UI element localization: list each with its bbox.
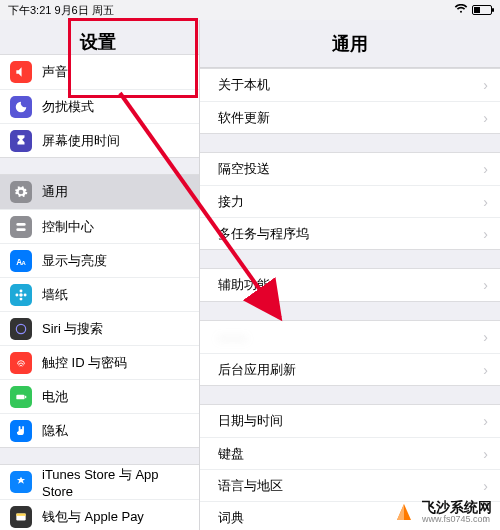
detail-item-label: 键盘: [218, 445, 244, 463]
detail-item-airdrop[interactable]: 隔空投送 ›: [200, 153, 500, 185]
sidebar-group-3: iTunes Store 与 App Store 钱包与 Apple Pay: [0, 464, 199, 530]
moon-icon: [10, 96, 32, 118]
chevron-right-icon: ›: [483, 161, 488, 177]
svg-point-9: [16, 324, 25, 333]
sidebar-item-itunes-appstore[interactable]: iTunes Store 与 App Store: [0, 465, 199, 499]
detail-item-software-update[interactable]: 软件更新 ›: [200, 101, 500, 133]
sidebar-group-1: 声音 勿扰模式 屏幕使用时间: [0, 54, 199, 158]
detail-item-label: 隔空投送: [218, 160, 270, 178]
split-view: 设置 声音 勿扰模式 屏幕使用时间: [0, 20, 500, 530]
svg-rect-1: [16, 228, 25, 231]
detail-item-label: ········: [218, 330, 247, 345]
sidebar-item-label: 声音: [42, 63, 68, 81]
svg-text:A: A: [22, 259, 27, 265]
sidebar-item-screentime[interactable]: 屏幕使用时间: [0, 123, 199, 157]
sidebar-title: 设置: [0, 20, 199, 54]
watermark-brand: 飞沙系统网: [422, 500, 492, 515]
stage: 下午3:21 9月6日 周五 设置 声音: [0, 0, 500, 530]
sidebar-item-label: 屏幕使用时间: [42, 132, 120, 150]
detail-group-4: ········ › 后台应用刷新 ›: [200, 320, 500, 386]
siri-icon: [10, 318, 32, 340]
sidebar-item-label: 触控 ID 与密码: [42, 354, 127, 372]
status-right: [454, 4, 492, 16]
svg-rect-0: [16, 222, 25, 225]
status-bar: 下午3:21 9月6日 周五: [0, 0, 500, 20]
chevron-right-icon: ›: [483, 226, 488, 242]
watermark-url: www.fs0745.com: [422, 515, 492, 524]
sidebar-item-battery[interactable]: 电池: [0, 379, 199, 413]
chevron-right-icon: ›: [483, 110, 488, 126]
detail-item-label: 词典: [218, 509, 244, 527]
status-time-date: 下午3:21 9月6日 周五: [8, 3, 114, 18]
detail-item-background-refresh[interactable]: 后台应用刷新 ›: [200, 353, 500, 385]
sidebar-item-general[interactable]: 通用: [0, 175, 199, 209]
sidebar-item-sound[interactable]: 声音: [0, 55, 199, 89]
wifi-icon: [454, 4, 468, 16]
svg-point-7: [15, 293, 18, 296]
detail-item-label: 辅助功能: [218, 276, 270, 294]
sidebar-item-wallpaper[interactable]: 墙纸: [0, 277, 199, 311]
sidebar-group-2: 通用 控制中心 AA 显示与亮度 墙纸: [0, 174, 199, 448]
fingerprint-icon: [10, 352, 32, 374]
ipad-screenshot: 下午3:21 9月6日 周五 设置 声音: [0, 0, 500, 530]
chevron-right-icon: ›: [483, 413, 488, 429]
chevron-right-icon: ›: [483, 329, 488, 345]
detail-group-1: 关于本机 › 软件更新 ›: [200, 68, 500, 134]
appstore-icon: [10, 471, 32, 493]
detail-item-keyboard[interactable]: 键盘 ›: [200, 437, 500, 469]
detail-group-3: 辅助功能 ›: [200, 268, 500, 302]
detail-item-label: 关于本机: [218, 76, 270, 94]
detail-item-language-region[interactable]: 语言与地区 ›: [200, 469, 500, 501]
battery-icon-green: [10, 386, 32, 408]
detail-item-multitasking[interactable]: 多任务与程序坞 ›: [200, 217, 500, 249]
sidebar-item-label: 电池: [42, 388, 68, 406]
svg-rect-10: [16, 394, 24, 399]
sidebar-item-label: 墙纸: [42, 286, 68, 304]
detail-item-about[interactable]: 关于本机 ›: [200, 69, 500, 101]
detail-body: 关于本机 › 软件更新 › 隔空投送 ›: [200, 68, 500, 530]
detail-item-label: 日期与时间: [218, 412, 283, 430]
sidebar-item-wallet[interactable]: 钱包与 Apple Pay: [0, 499, 199, 530]
sidebar-item-label: 隐私: [42, 422, 68, 440]
chevron-right-icon: ›: [483, 277, 488, 293]
detail-item-date-time[interactable]: 日期与时间 ›: [200, 405, 500, 437]
detail-item-label: 接力: [218, 193, 244, 211]
chevron-right-icon: ›: [483, 478, 488, 494]
watermark-text: 飞沙系统网 www.fs0745.com: [422, 500, 492, 524]
sidebar-item-label: 通用: [42, 183, 68, 201]
svg-point-8: [24, 293, 27, 296]
sidebar-item-control-center[interactable]: 控制中心: [0, 209, 199, 243]
detail-item-label: 多任务与程序坞: [218, 225, 309, 243]
detail-title: 通用: [200, 20, 500, 68]
svg-point-6: [20, 297, 23, 300]
sidebar-item-label: Siri 与搜索: [42, 320, 103, 338]
chevron-right-icon: ›: [483, 446, 488, 462]
chevron-right-icon: ›: [483, 77, 488, 93]
hand-icon: [10, 420, 32, 442]
detail-item-handoff[interactable]: 接力 ›: [200, 185, 500, 217]
hourglass-icon: [10, 130, 32, 152]
detail-item-label: 软件更新: [218, 109, 270, 127]
sidebar-item-display[interactable]: AA 显示与亮度: [0, 243, 199, 277]
sidebar-item-touchid[interactable]: 触控 ID 与密码: [0, 345, 199, 379]
battery-icon: [472, 5, 492, 15]
flower-icon: [10, 284, 32, 306]
detail-group-2: 隔空投送 › 接力 › 多任务与程序坞 ›: [200, 152, 500, 250]
sidebar-item-dnd[interactable]: 勿扰模式: [0, 89, 199, 123]
detail-item-label: 后台应用刷新: [218, 361, 296, 379]
sidebar-item-label: 控制中心: [42, 218, 94, 236]
chevron-right-icon: ›: [483, 362, 488, 378]
svg-point-4: [19, 293, 23, 297]
watermark-logo-icon: [392, 500, 416, 524]
text-size-icon: AA: [10, 250, 32, 272]
detail-item-redacted[interactable]: ········ ›: [200, 321, 500, 353]
sidebar-item-privacy[interactable]: 隐私: [0, 413, 199, 447]
gear-icon: [10, 181, 32, 203]
svg-rect-11: [25, 395, 26, 397]
sidebar-item-siri[interactable]: Siri 与搜索: [0, 311, 199, 345]
svg-rect-13: [16, 513, 25, 515]
watermark: 飞沙系统网 www.fs0745.com: [392, 500, 492, 524]
wallet-icon: [10, 506, 32, 528]
detail-item-accessibility[interactable]: 辅助功能 ›: [200, 269, 500, 301]
sidebar-item-label: 显示与亮度: [42, 252, 107, 270]
